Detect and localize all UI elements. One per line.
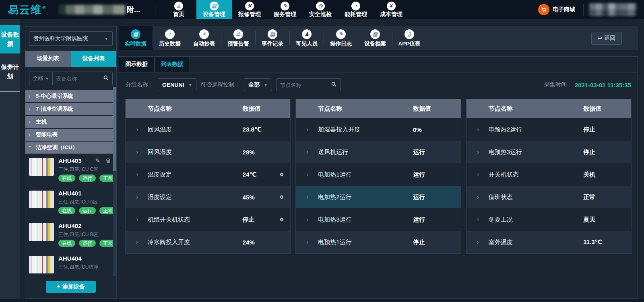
search-icon[interactable] <box>103 75 109 82</box>
status-badge: 在线 <box>58 207 75 214</box>
trash-icon[interactable] <box>105 158 111 165</box>
chevron-right-icon: › <box>477 238 482 246</box>
subnav-auto-meter-reading[interactable]: ⌖ 自动抄表 <box>187 26 221 50</box>
device-search: 全部 ▼ <box>29 72 113 85</box>
device-thumbnail <box>29 256 54 273</box>
back-button[interactable]: ↩ 返回 <box>591 32 622 45</box>
nav-item-home[interactable]: ⌂ 首页 <box>161 0 196 19</box>
tree-group-central-suction[interactable]: › 5-中心吸引系统 <box>25 90 116 102</box>
chevron-right-icon: › <box>136 193 141 201</box>
person-icon: ♟ <box>302 29 312 39</box>
chevron-right-icon: › <box>29 93 33 99</box>
chevron-right-icon: › <box>136 238 141 246</box>
table-row[interactable]: › 冬夏工况 夏天 <box>466 208 631 231</box>
table-row[interactable]: › 冷水阀投入开度 24% <box>126 231 290 253</box>
tree-group-host[interactable]: › 主机 <box>25 116 116 128</box>
content-panel: 图示数据 列表数据 分组名称： GENUNI ▼ 可否远程控制： 全部 ▼ 采集… <box>119 56 638 299</box>
rail-item-maintenance-plan[interactable]: 保养计划 <box>0 58 20 86</box>
scrollbar-thumb[interactable] <box>113 87 116 171</box>
table-row[interactable]: › 开关机状态 关机 <box>466 163 631 186</box>
filter-bar: 分组名称： GENUNI ▼ 可否远程控制： 全部 ▼ 采集时间： 2021-0… <box>119 72 638 97</box>
remote-control-select[interactable]: 全部 ▼ <box>244 78 272 91</box>
nav-item-energy-management[interactable]: ◔ 能耗管理 <box>338 0 374 19</box>
back-arrow-icon: ↩ <box>598 35 603 41</box>
subnav-app-dashboard[interactable]: ▯ APP仪表 <box>392 26 426 50</box>
device-card-ahu401[interactable]: AHU401 三住,四层,ICU A区 在线 运行 正常 <box>25 187 116 220</box>
node-table-3: 节点名称 数据值 › 电预热2运行 停止 › 电预热3运行 停止 › 开关机状态… <box>466 99 632 254</box>
chevron-right-icon: › <box>477 126 482 133</box>
chevron-right-icon: › <box>29 106 33 112</box>
subnav-alarm-warning[interactable]: ⚠ 预警告警 <box>221 26 255 50</box>
gear-icon[interactable] <box>279 217 285 222</box>
table-row[interactable]: › 回风温度 23.8℃ <box>126 118 290 141</box>
chevron-down-icon: ▼ <box>104 37 108 41</box>
chevron-down-icon: ▼ <box>264 83 268 87</box>
tree-group-smart-meter[interactable]: › 智能电表 <box>25 129 116 141</box>
device-name-input[interactable] <box>53 76 103 82</box>
gear-icon[interactable] <box>279 172 285 177</box>
subnav-history-data[interactable]: ◔ 历史数据 <box>153 26 187 50</box>
table-row-selected[interactable]: › 电加热2运行 运行 <box>296 186 460 208</box>
tab-list-data[interactable]: 列表数据 <box>155 57 190 72</box>
scrollbar[interactable] <box>113 87 116 276</box>
remote-control-label: 可否远程控制： <box>200 81 240 88</box>
subnav-device-archive[interactable]: ▥ 设备档案 <box>358 26 392 50</box>
mall-button[interactable]: 电子商城 <box>536 4 578 15</box>
panel-tabs: 场景列表 设备列表 <box>25 51 116 67</box>
subnav-realtime-data[interactable]: ▦ 实时数据 <box>119 26 153 50</box>
top-nav: 易云维® 附... ⌂ 首页 ▤ 设备管理 ⚒ 报修管理 ✎ 服务管理 ◎ 安全… <box>0 0 644 19</box>
table-row[interactable]: › 电加热3运行 运行 <box>296 208 460 231</box>
table-row[interactable]: › 电加热1运行 运行 <box>296 163 460 186</box>
table-header: 节点名称 数据值 <box>466 99 631 118</box>
device-card-ahu402[interactable]: AHU402 三住,四层,ICU B区 在线 运行 正常 <box>25 220 116 252</box>
device-card-ahu404[interactable]: AHU404 三住,四层,ICU洁净 <box>25 252 116 280</box>
divider <box>583 4 584 16</box>
table-row[interactable]: › 回风湿度 28% <box>126 141 290 163</box>
table-row[interactable]: › 电预热3运行 停止 <box>466 141 631 163</box>
divider <box>155 4 155 16</box>
tab-scene-list[interactable]: 场景列表 <box>25 51 71 67</box>
device-card-ahu403[interactable]: AHU403 ✎ 三住,四层,ICU C区 在线 运行 正常 <box>25 154 116 187</box>
device-list-panel: 贵州医科大学附属医院 ▼ 场景列表 设备列表 全部 ▼ › 5-中心吸引系统 ›… <box>25 26 117 299</box>
nav-item-cost-management[interactable]: ¥ 成本管理 <box>374 0 409 19</box>
chevron-right-icon: › <box>29 119 33 125</box>
chevron-down-icon: ▼ <box>188 83 192 87</box>
edit-icon[interactable]: ✎ <box>95 157 100 164</box>
table-row[interactable]: › 电预热1运行 停止 <box>296 231 460 253</box>
cost-icon: ¥ <box>387 2 396 10</box>
site-title-suffix: 附... <box>127 5 140 14</box>
rail-item-device-data[interactable]: 设备数据 <box>0 25 20 53</box>
subnav-event-record[interactable]: ▤ 事件记录 <box>256 26 289 50</box>
chevron-right-icon: › <box>306 148 311 156</box>
hospital-select[interactable]: 贵州医科大学附属医院 ▼ <box>29 31 113 46</box>
subnav-visible-personnel[interactable]: ♟ 可见人员 <box>290 26 324 50</box>
group-select[interactable]: GENUNI ▼ <box>158 78 196 91</box>
nav-item-device-management[interactable]: ▤ 设备管理 <box>196 0 232 19</box>
chevron-right-icon: › <box>136 171 141 178</box>
subnav-operation-log[interactable]: ✎ 操作日志 <box>324 26 358 50</box>
tab-graphic-data[interactable]: 图示数据 <box>119 57 155 72</box>
table-row[interactable]: › 值班状态 正常 <box>466 186 631 208</box>
search-scope-select[interactable]: 全部 ▼ <box>29 72 53 85</box>
tab-device-list[interactable]: 设备列表 <box>71 51 116 67</box>
table-row[interactable]: › 送风机运行 运行 <box>296 141 460 163</box>
tree-group-clean-ac-system[interactable]: › 7-洁净空调系统 <box>25 103 116 115</box>
table-row[interactable]: › 室外温度 11.3℃ <box>466 231 631 253</box>
nav-item-service-management[interactable]: ✎ 服务管理 <box>267 0 303 19</box>
nav-item-safety-patrol[interactable]: ◎ 安全巡检 <box>303 0 338 19</box>
table-row[interactable]: › 电预热2运行 停止 <box>466 118 631 141</box>
node-search <box>276 78 341 91</box>
chevron-right-icon: › <box>477 193 482 201</box>
table-row[interactable]: › 湿度设定 45% <box>126 186 290 208</box>
table-row[interactable]: › 加湿器投入开度 0% <box>296 118 460 141</box>
node-name-input[interactable] <box>277 82 331 88</box>
search-icon[interactable] <box>331 81 337 89</box>
table-row[interactable]: › 温度设定 24℃ <box>126 163 290 186</box>
gear-icon[interactable] <box>279 194 285 200</box>
node-table-2: 节点名称 数据值 › 加湿器投入开度 0% › 送风机运行 运行 › 电加热1运… <box>295 99 461 254</box>
tree-group-clean-ac-icu[interactable]: › 洁净空调（ICU） <box>25 142 116 154</box>
nav-item-repair-management[interactable]: ⚒ 报修管理 <box>232 0 267 19</box>
table-row[interactable]: › 机组开关机状态 停止 <box>126 208 290 231</box>
device-tree: › 5-中心吸引系统 › 7-洁净空调系统 › 主机 › 智能电表 › 洁净空调… <box>25 90 116 280</box>
add-device-button[interactable]: + 添加设备 <box>46 281 96 293</box>
